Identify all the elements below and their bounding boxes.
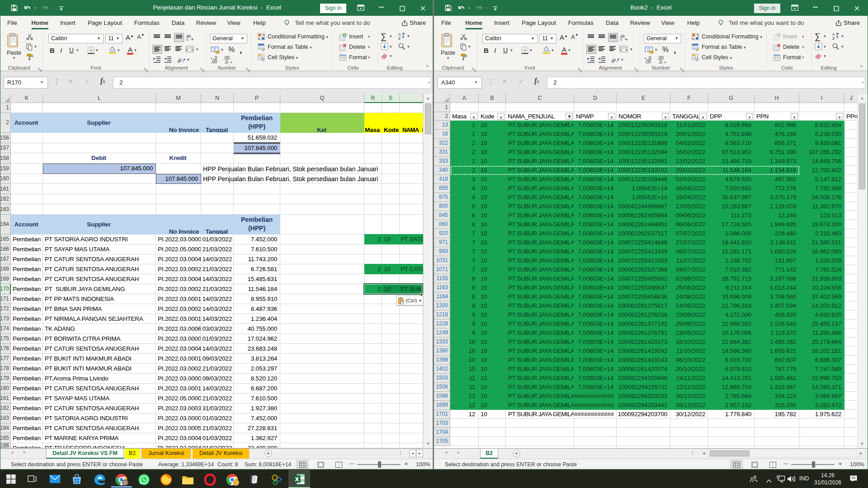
svg-text:c: c: [186, 37, 189, 41]
svg-text:Z: Z: [832, 36, 835, 40]
svg-text:.0: .0: [224, 60, 228, 64]
svg-text:c: c: [620, 37, 623, 41]
svg-text:.0: .0: [213, 56, 217, 61]
svg-text:ab: ab: [611, 57, 617, 64]
svg-text:.0: .0: [658, 60, 662, 64]
svg-text:.0: .0: [647, 56, 651, 61]
svg-text:ab: ab: [177, 57, 183, 64]
svg-text:Z: Z: [398, 36, 401, 40]
